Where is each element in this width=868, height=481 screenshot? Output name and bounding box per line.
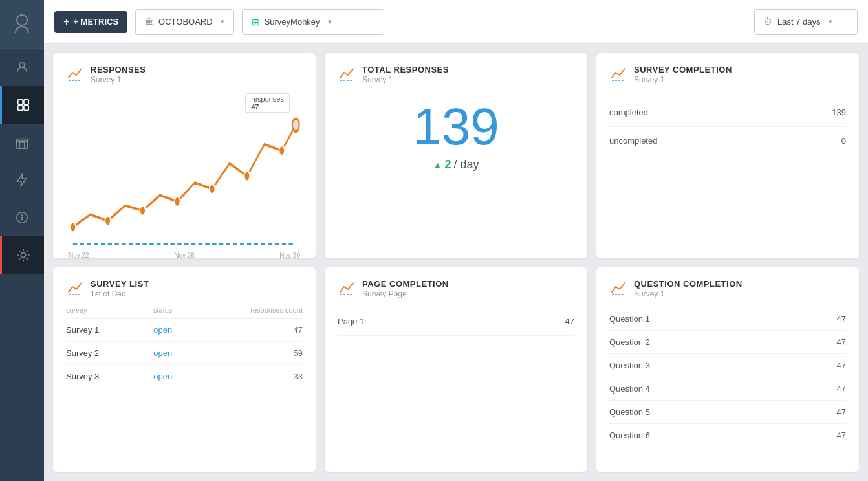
survey-name-3: Survey 3	[66, 364, 141, 388]
page-card-header: PAGE COMPLETION Survey Page	[338, 279, 574, 298]
page-trend-icon	[338, 279, 356, 297]
arrow-up-icon: ▲	[433, 160, 442, 170]
question-rows: Question 1 47 Question 2 47 Question 3 4…	[609, 308, 846, 461]
octoboard-label: OCTOBOARD	[158, 17, 213, 27]
building-small-icon: 🏛	[145, 17, 153, 27]
uncompleted-value: 0	[841, 136, 846, 146]
question-completion-card: QUESTION COMPLETION Survey 1 Question 1 …	[596, 267, 859, 473]
total-rate: ▲ 2 / day	[338, 158, 574, 172]
lightning-icon	[15, 173, 29, 187]
logo-icon	[10, 12, 34, 36]
col-survey: survey	[66, 302, 141, 319]
completion-title: SURVEY COMPLETION	[634, 65, 732, 74]
dashboard-icon	[16, 98, 30, 112]
question-trend-icon	[609, 279, 627, 297]
col-status: status	[141, 302, 184, 319]
responses-card: RESPONSES Survey 1 responses 47	[53, 53, 316, 258]
total-responses-card: TOTAL RESPONSES Survey 1 139 ▲ 2 / day	[325, 53, 587, 258]
question-row-6: Question 6 47	[609, 424, 846, 447]
chart-x-axis: Nov 22 Nov 26 Nov 30	[66, 252, 303, 258]
completion-subtitle: Survey 1	[634, 75, 732, 84]
total-card-header: TOTAL RESPONSES Survey 1	[338, 65, 574, 84]
add-metrics-label: + METRICS	[73, 17, 118, 27]
count-1: 47	[184, 318, 303, 341]
survey-list-table: survey status responses count Survey 1 o…	[66, 302, 303, 388]
svg-point-10	[70, 222, 76, 232]
surveymonkey-dropdown[interactable]: ⊞ SurveyMonkey ▾	[242, 9, 384, 35]
question-4-value: 47	[837, 384, 846, 394]
main-content: + + METRICS 🏛 OCTOBOARD ▾ ⊞ SurveyMonkey…	[44, 0, 868, 481]
chevron-down-icon-2: ▾	[328, 17, 332, 26]
question-1-value: 47	[837, 314, 846, 324]
tooltip-label: responses	[251, 95, 284, 103]
question-5-value: 47	[837, 407, 846, 417]
sidebar-navigation	[0, 49, 44, 481]
sidebar-item-integrations[interactable]	[0, 161, 44, 199]
question-row-5: Question 5 47	[609, 401, 846, 424]
question-row-3: Question 3 47	[609, 354, 846, 377]
sidebar-item-settings[interactable]	[0, 236, 44, 274]
survey-name-1: Survey 1	[66, 318, 141, 341]
time-label: Last 7 days	[777, 17, 821, 27]
chart-tooltip: responses 47	[245, 93, 290, 113]
question-5-label: Question 5	[609, 407, 650, 417]
completion-card-header: SURVEY COMPLETION Survey 1	[609, 65, 846, 84]
octoboard-dropdown[interactable]: 🏛 OCTOBOARD ▾	[135, 9, 234, 35]
x-axis-label-1: Nov 22	[69, 252, 89, 258]
sidebar-item-info[interactable]	[0, 199, 44, 236]
add-metrics-button[interactable]: + + METRICS	[54, 11, 127, 33]
grid-icon: ⊞	[252, 17, 259, 27]
page-1-value: 47	[565, 317, 574, 326]
completion-row-uncompleted: uncompleted 0	[609, 127, 846, 155]
tooltip-value: 47	[251, 103, 259, 111]
question-row-1: Question 1 47	[609, 308, 846, 331]
list-item: Survey 1 open 47	[66, 318, 303, 341]
responses-title: RESPONSES	[91, 65, 146, 74]
count-2: 59	[184, 341, 303, 364]
svg-point-13	[175, 197, 180, 207]
question-2-value: 47	[837, 337, 846, 347]
responses-subtitle: Survey 1	[91, 75, 146, 84]
question-4-label: Question 4	[609, 384, 650, 394]
list-card-header: SURVEY LIST 1st of Dec	[66, 279, 303, 298]
sidebar-item-dashboard[interactable]	[0, 86, 44, 124]
question-row-2: Question 2 47	[609, 331, 846, 354]
total-trend-icon	[338, 65, 356, 83]
sidebar	[0, 0, 44, 481]
uncompleted-label: uncompleted	[609, 136, 657, 146]
svg-rect-5	[23, 106, 28, 110]
user-icon	[15, 60, 29, 74]
question-card-header: QUESTION COMPLETION Survey 1	[609, 279, 846, 298]
svg-point-14	[210, 184, 215, 194]
surveymonkey-label: SurveyMonkey	[265, 17, 320, 27]
list-item: Survey 2 open 59	[66, 341, 303, 364]
svg-rect-3	[23, 100, 28, 104]
responses-trend-icon	[66, 65, 84, 83]
chevron-down-icon: ▾	[221, 17, 224, 26]
page-subtitle: Survey Page	[362, 289, 449, 298]
svg-point-11	[105, 216, 111, 226]
question-6-value: 47	[837, 431, 846, 440]
question-title: QUESTION COMPLETION	[634, 279, 743, 289]
plus-icon: +	[63, 16, 69, 28]
sidebar-item-user[interactable]	[0, 49, 44, 86]
total-title: TOTAL RESPONSES	[362, 65, 449, 74]
svg-point-15	[244, 171, 250, 181]
x-axis-label-3: Nov 30	[279, 252, 300, 258]
sidebar-logo	[0, 0, 44, 49]
cards-grid: RESPONSES Survey 1 responses 47	[44, 44, 868, 481]
question-subtitle: Survey 1	[634, 289, 743, 298]
svg-rect-2	[17, 100, 22, 104]
building-icon	[15, 135, 29, 150]
total-subtitle: Survey 1	[362, 75, 449, 84]
svg-point-1	[19, 63, 24, 67]
col-count: responses count	[184, 302, 303, 319]
svg-point-17	[292, 118, 299, 131]
chevron-down-icon-3: ▾	[829, 17, 832, 26]
time-range-dropdown[interactable]: ⏱ Last 7 days ▾	[754, 9, 858, 35]
svg-point-0	[17, 15, 27, 25]
clock-icon: ⏱	[764, 17, 772, 27]
list-subtitle: 1st of Dec	[91, 289, 149, 298]
page-completion-card: PAGE COMPLETION Survey Page Page 1: 47	[325, 267, 587, 473]
sidebar-item-building[interactable]	[0, 124, 44, 161]
